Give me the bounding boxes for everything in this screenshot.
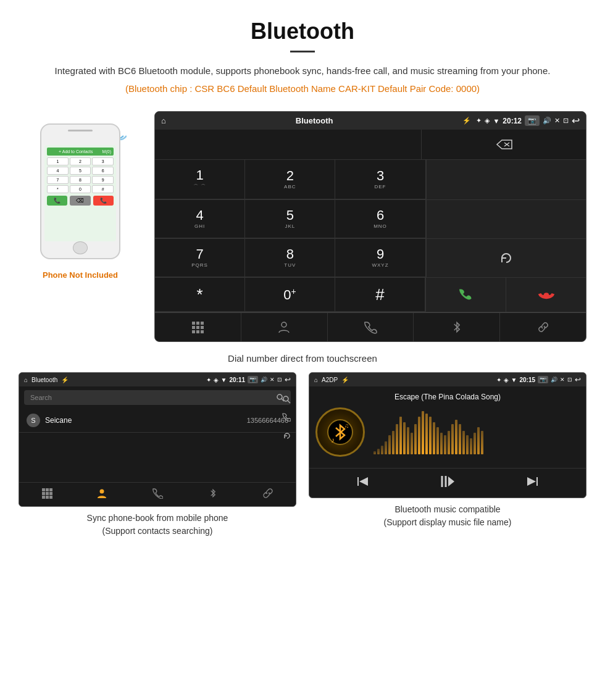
back-icon[interactable]: ↩ xyxy=(572,115,580,127)
link-tool-btn[interactable] xyxy=(500,313,586,341)
music-location-icon: ◈ xyxy=(504,377,509,383)
page-description: Integrated with BC6 Bluetooth module, su… xyxy=(37,64,568,78)
dial-key-4[interactable]: 4GHI xyxy=(155,200,245,238)
screen-icon[interactable]: ⊡ xyxy=(563,117,569,125)
dial-key-hash[interactable]: # xyxy=(335,278,425,312)
time-display: 20:12 xyxy=(503,117,522,125)
svg-text:♪: ♪ xyxy=(331,436,335,444)
dial-empty-1 xyxy=(426,160,586,199)
music-camera-icon[interactable]: 📷 xyxy=(538,376,548,383)
home-icon[interactable]: ⌂ xyxy=(161,116,166,125)
dial-key-8[interactable]: 8TUV xyxy=(245,239,335,277)
music-close-icon[interactable]: ✕ xyxy=(560,377,565,383)
pb-screen-icon[interactable]: ⊡ xyxy=(277,377,282,383)
phone-key-8[interactable]: 8 xyxy=(70,176,91,184)
bluetooth-icon xyxy=(451,320,462,334)
pb-phone-icon xyxy=(152,488,163,499)
side-refresh-icon[interactable] xyxy=(282,431,292,441)
dial-key-6[interactable]: 6MNO xyxy=(335,200,425,238)
next-btn[interactable] xyxy=(525,475,539,491)
pb-search-placeholder: Search xyxy=(30,394,52,401)
main-section: ⬓ M(0) + Add to Contacts 1 2 3 xyxy=(0,111,605,342)
pb-caption: Sync phone-book from mobile phone (Suppo… xyxy=(87,512,228,538)
pb-camera-icon[interactable]: 📷 xyxy=(248,376,258,383)
contacts-tool-btn[interactable] xyxy=(241,313,328,341)
pb-close-icon[interactable]: ✕ xyxy=(270,377,275,383)
phone-key-3[interactable]: 3 xyxy=(92,157,114,165)
phone-key-0[interactable]: 0 xyxy=(70,185,91,193)
dial-key-2[interactable]: 2ABC xyxy=(245,160,335,199)
close-icon[interactable]: ✕ xyxy=(554,117,560,125)
dial-key-9[interactable]: 9WXYZ xyxy=(335,239,425,277)
music-content: Escape (The Pina Colada Song) ♪ ♫ xyxy=(309,386,586,468)
pb-contact-row[interactable]: S Seicane 13566664466 xyxy=(19,409,296,433)
phone-key-9[interactable]: 9 xyxy=(92,176,114,184)
phone-key-4[interactable]: 4 xyxy=(47,167,69,175)
side-search-icon[interactable] xyxy=(282,395,291,404)
viz-bar-26 xyxy=(470,438,472,454)
music-back-icon[interactable]: ↩ xyxy=(575,375,581,384)
pb-toolbar xyxy=(19,482,296,506)
prev-icon xyxy=(356,475,370,488)
playpause-btn[interactable] xyxy=(440,473,456,493)
phone-key-6[interactable]: 6 xyxy=(92,167,114,175)
music-screen-icon[interactable]: ⊡ xyxy=(567,377,572,383)
viz-bar-20 xyxy=(448,431,450,455)
phone-mockup: ⬓ M(0) + Add to Contacts 1 2 3 xyxy=(19,123,142,280)
dial-backspace-btn[interactable] xyxy=(421,130,586,159)
pb-link-btn[interactable] xyxy=(240,488,296,501)
viz-bar-0 xyxy=(373,451,376,454)
svg-rect-18 xyxy=(46,488,49,491)
phone-key-2[interactable]: 2 xyxy=(70,157,91,165)
viz-bar-13 xyxy=(422,411,424,454)
refresh-icon[interactable] xyxy=(497,249,515,267)
dial-key-3[interactable]: 3DEF xyxy=(335,160,425,199)
pb-bt-icon: ✦ xyxy=(206,377,211,383)
phone-key-hash[interactable]: # xyxy=(92,185,114,193)
music-item: ⌂ A2DP ⚡ ✦ ◈ ▼ 20:15 📷 🔊 ✕ ⊡ ↩ Escape (T… xyxy=(309,372,586,538)
dial-key-star[interactable]: * xyxy=(155,278,245,312)
music-home-icon[interactable]: ⌂ xyxy=(314,377,318,383)
viz-bar-23 xyxy=(459,424,461,454)
call-button[interactable] xyxy=(425,278,506,312)
phone-tool-btn[interactable] xyxy=(328,313,414,341)
next-icon xyxy=(525,475,539,488)
viz-bar-1 xyxy=(377,449,380,454)
dial-refresh-area xyxy=(426,239,586,277)
pb-person-btn[interactable] xyxy=(75,488,130,501)
phone-key-1[interactable]: 1 xyxy=(47,157,69,165)
viz-bar-21 xyxy=(451,424,454,454)
dial-caption: Dial number direct from touchscreen xyxy=(0,348,605,372)
dial-statusbar: ⌂ Bluetooth ⚡ ✦ ◈ ▼ 20:12 📷 🔊 ✕ ⊡ ↩ xyxy=(155,112,586,130)
svg-text:♫: ♫ xyxy=(344,422,349,429)
dial-key-1[interactable]: 1⌒ ⌒ xyxy=(155,160,245,199)
bluetooth-tool-btn[interactable] xyxy=(414,313,500,341)
viz-bar-12 xyxy=(418,417,420,454)
pb-volume-icon[interactable]: 🔊 xyxy=(261,377,267,383)
phone-key-star[interactable]: * xyxy=(47,185,69,193)
phonebook-screen: ⌂ Bluetooth ⚡ ✦ ◈ ▼ 20:11 📷 🔊 ✕ ⊡ ↩ xyxy=(19,372,296,507)
dialpad-tool-btn[interactable] xyxy=(155,313,241,341)
backspace-icon xyxy=(494,138,513,151)
svg-rect-6 xyxy=(192,326,195,329)
phone-key-7[interactable]: 7 xyxy=(47,176,69,184)
pb-grid-btn[interactable] xyxy=(19,488,75,501)
dial-key-5[interactable]: 5JKL xyxy=(245,200,335,238)
pb-bt-btn[interactable] xyxy=(185,488,241,501)
volume-icon[interactable]: 🔊 xyxy=(543,117,551,125)
side-call-icon[interactable] xyxy=(282,412,291,422)
pb-back-icon[interactable]: ↩ xyxy=(285,375,291,384)
prev-btn[interactable] xyxy=(356,475,370,491)
music-volume-icon[interactable]: 🔊 xyxy=(551,377,557,383)
svg-marker-36 xyxy=(527,477,536,486)
pb-contact-name: Seicane xyxy=(45,416,72,425)
phone-key-5[interactable]: 5 xyxy=(70,167,91,175)
pb-phone-btn[interactable] xyxy=(130,488,185,501)
pb-home-icon[interactable]: ⌂ xyxy=(24,377,28,383)
camera-icon[interactable]: 📷 xyxy=(525,115,540,126)
music-caption: Bluetooth music compatible (Support disp… xyxy=(384,503,512,529)
pb-usb-icon: ⚡ xyxy=(61,377,69,383)
dial-key-7[interactable]: 7PQRS xyxy=(155,239,245,277)
hangup-button[interactable] xyxy=(506,278,586,312)
dial-key-0[interactable]: 0+ xyxy=(245,278,335,312)
